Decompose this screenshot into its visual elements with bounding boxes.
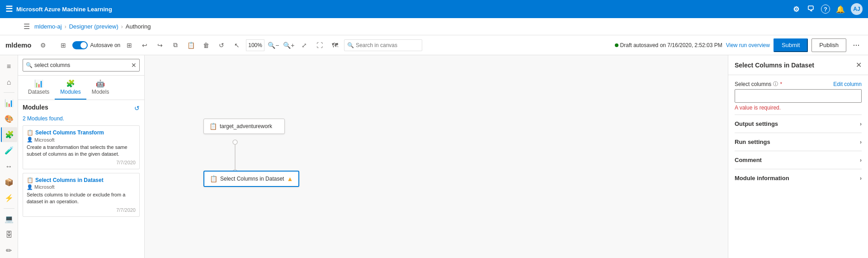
sidebar-divider-2 (4, 208, 14, 209)
select-tool-button[interactable]: ⊞ (57, 39, 70, 52)
toolbar-right-section: Draft autosaved on 7/16/2020, 2:52:03 PM… (615, 38, 863, 52)
hamburger-icon[interactable]: ☰ (24, 22, 30, 31)
breadcrumb: ☰ mldemo-aj › Designer (preview) › Autho… (0, 18, 868, 35)
module-search-bar: 🔍 ✕ (18, 55, 144, 76)
publish-button[interactable]: Publish (811, 38, 846, 52)
module-item-name-1: 📋 Select Columns Transform (27, 129, 136, 136)
datasets-tab-label: Datasets (28, 89, 49, 95)
tab-models[interactable]: 🤖 Models (86, 76, 115, 100)
run-settings-header[interactable]: Run settings › (735, 139, 862, 145)
submit-button[interactable]: Submit (774, 38, 808, 52)
datasets-tab-icon: 📊 (34, 79, 43, 88)
search-clear-button[interactable]: ✕ (131, 62, 137, 69)
paste-button[interactable]: 📋 (184, 39, 197, 52)
node2-icon: 📋 (210, 175, 217, 182)
more-options-button[interactable]: ··· (850, 39, 863, 52)
compute-nav-icon[interactable]: 💻 (1, 211, 17, 226)
datasets-nav-icon[interactable]: 📊 (1, 96, 17, 110)
comment-header[interactable]: Comment › (735, 157, 862, 163)
breadcrumb-sep-2: › (121, 24, 123, 30)
models-tab-label: Models (92, 89, 109, 95)
fit-button[interactable]: ⤢ (298, 39, 311, 52)
list-item[interactable]: 📋 Select Columns Transform 👤 Microsoft C… (23, 125, 140, 169)
minimap-button[interactable]: 🗺 (329, 39, 341, 52)
module-search-input[interactable] (34, 62, 129, 68)
left-sidebar-icons: ≡ ⌂ 📊 🎨 🧩 🧪 ↔ 📦 ⚡ 💻 🗄 ✏ (0, 55, 18, 258)
help-icon[interactable]: ? (821, 5, 830, 14)
autosave-toggle[interactable]: Autosave on (72, 41, 121, 49)
home-icon[interactable]: ⌂ (1, 75, 17, 90)
collapse-icon[interactable]: ≡ (1, 59, 17, 74)
toggle-knob (80, 42, 87, 48)
fullscreen-button[interactable]: ⛶ (313, 39, 326, 52)
endpoints-nav-icon[interactable]: ⚡ (1, 191, 17, 205)
edit-column-link[interactable]: Edit column (833, 81, 862, 87)
pipeline-settings-button[interactable]: ⚙ (37, 39, 50, 52)
canvas-node-2[interactable]: 📋 Select Columns in Dataset ▲ (203, 171, 299, 187)
menu-icon[interactable]: ☰ (5, 4, 13, 14)
breadcrumb-section[interactable]: Designer (preview) (69, 23, 118, 30)
modules-nav-icon[interactable]: 🧩 (1, 127, 17, 142)
select-columns-field: Select columns ⓘ * Edit column A value i… (735, 81, 862, 111)
redo-button[interactable]: ↪ (154, 39, 166, 52)
tab-datasets[interactable]: 📊 Datasets (23, 76, 55, 100)
refresh-button[interactable]: ↺ (215, 39, 228, 52)
module-item-icon-2: 📋 (27, 177, 33, 183)
tab-modules[interactable]: 🧩 Modules (55, 76, 86, 100)
field-info-icon[interactable]: ⓘ (773, 81, 778, 87)
output-settings-accordion: Output settings › (735, 115, 862, 133)
zoom-out-button[interactable]: 🔍− (267, 39, 280, 52)
user-avatar[interactable]: AJ (851, 3, 863, 15)
copy-button[interactable]: ⧉ (169, 39, 182, 52)
select-columns-input[interactable] (735, 89, 862, 103)
notification-icon[interactable]: 🔔 (836, 5, 844, 13)
module-item-date-2: 7/7/2020 (27, 207, 136, 213)
search-box: 🔍 ✕ (23, 59, 140, 72)
zoom-display[interactable]: 100% (246, 39, 264, 51)
datastore-nav-icon[interactable]: 🗄 (1, 227, 17, 242)
experiments-nav-icon[interactable]: 🧪 (1, 143, 17, 158)
module-item-desc-1: Create a transformation that selects the… (27, 144, 136, 158)
list-item[interactable]: 📋 Select Columns in Dataset 👤 Microsoft … (23, 173, 140, 217)
view-run-link[interactable]: View run overview (726, 42, 770, 48)
search-canvas-input[interactable] (356, 42, 419, 48)
module-item-vendor-2: 👤 Microsoft (27, 184, 136, 190)
undo-button[interactable]: ↩ (138, 39, 151, 52)
models-tab-icon: 🤖 (96, 79, 105, 88)
canvas-area[interactable]: 📋 target_adventurework 📋 Select Columns … (145, 55, 728, 258)
designer-nav-icon[interactable]: 🎨 (1, 111, 17, 126)
app-title: Microsoft Azure Machine Learning (16, 6, 112, 13)
breadcrumb-workspace[interactable]: mldemo-aj (34, 23, 62, 30)
delete-button[interactable]: 🗑 (200, 39, 212, 52)
module-information-header[interactable]: Module information › (735, 175, 862, 182)
models-nav-icon[interactable]: 📦 (1, 175, 17, 190)
pipelines-nav-icon[interactable]: ↔ (1, 159, 17, 174)
pipeline-name: mldemo (5, 41, 32, 49)
vendor-label-2: Microsoft (34, 184, 55, 190)
edit-nav-icon[interactable]: ✏ (1, 243, 17, 258)
autosave-label: Autosave on (90, 42, 121, 48)
module-refresh-button[interactable]: ↺ (134, 105, 140, 112)
module-content: Modules ↺ 2 Modules found. 📋 Select Colu… (18, 100, 144, 258)
field-label-text: Select columns (735, 81, 771, 87)
right-panel-body: Select columns ⓘ * Edit column A value i… (728, 75, 868, 258)
output-settings-header[interactable]: Output settings › (735, 120, 862, 127)
canvas-node-1[interactable]: 📋 target_adventurework (203, 119, 285, 134)
feedback-icon[interactable]: 🗨 (807, 5, 815, 13)
modules-tab-label: Modules (60, 89, 80, 95)
right-panel-close-button[interactable]: ✕ (856, 61, 862, 69)
pointer-button[interactable]: ↖ (231, 39, 243, 52)
settings-icon[interactable]: ⚙ (792, 5, 800, 13)
autosave-dot (615, 43, 618, 47)
right-panel: Select Columns in Dataset ✕ Select colum… (728, 55, 868, 258)
module-information-accordion: Module information › (735, 169, 862, 187)
autosave-switch[interactable] (72, 41, 88, 49)
zoom-in-button[interactable]: 🔍+ (283, 39, 295, 52)
right-panel-header: Select Columns in Dataset ✕ (728, 55, 868, 75)
field-required-star: * (780, 81, 782, 87)
node1-icon: 📋 (209, 123, 217, 130)
canvas-svg (145, 55, 728, 258)
module-panel: 🔍 ✕ 📊 Datasets 🧩 Modules 🤖 Models Module… (18, 55, 145, 258)
module-item-icon-1: 📋 (27, 129, 33, 136)
grid-button[interactable]: ⊞ (123, 39, 136, 52)
